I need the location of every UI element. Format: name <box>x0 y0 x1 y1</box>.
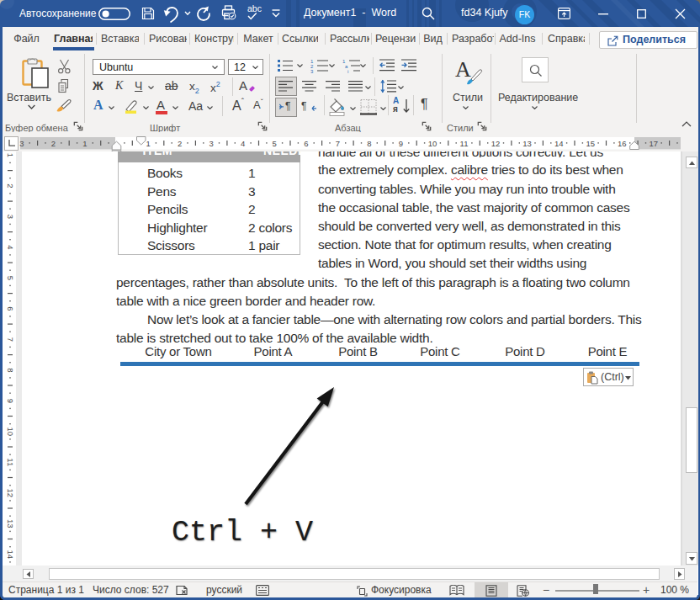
svg-text:3: 3 <box>6 215 15 219</box>
svg-text:6: 6 <box>304 139 308 148</box>
svg-text:17: 17 <box>650 139 659 148</box>
svg-text:1: 1 <box>82 139 87 148</box>
svg-text:2: 2 <box>178 139 182 148</box>
svg-text:13: 13 <box>522 139 532 148</box>
svg-text:11: 11 <box>6 458 15 466</box>
svg-text:i: i <box>347 69 348 74</box>
svg-text:9: 9 <box>399 139 403 148</box>
svg-text:4: 4 <box>6 245 15 249</box>
svg-text:3: 3 <box>209 139 213 148</box>
svg-text:14: 14 <box>554 139 564 148</box>
svg-text:7: 7 <box>336 139 340 148</box>
svg-text:16: 16 <box>618 139 627 148</box>
svg-text:15: 15 <box>586 139 596 148</box>
svg-text:1: 1 <box>146 139 150 148</box>
svg-text:9: 9 <box>6 399 15 403</box>
svg-text:8: 8 <box>367 139 371 148</box>
svg-text:13: 13 <box>6 519 15 528</box>
svg-text:14: 14 <box>6 550 15 560</box>
svg-text:2: 2 <box>6 183 15 188</box>
svg-text:8: 8 <box>6 368 15 372</box>
svg-text:7: 7 <box>6 337 15 342</box>
svg-text:4: 4 <box>241 139 245 148</box>
svg-text:1: 1 <box>6 153 15 157</box>
svg-text:5: 5 <box>273 139 277 148</box>
svg-text:11: 11 <box>460 139 469 148</box>
svg-text:2: 2 <box>51 139 56 148</box>
svg-text:5: 5 <box>6 276 15 280</box>
svg-text:6: 6 <box>6 306 15 311</box>
svg-text:12: 12 <box>491 139 501 148</box>
svg-text:10: 10 <box>428 139 438 148</box>
svg-text:10: 10 <box>6 427 15 437</box>
svg-text:12: 12 <box>6 489 15 498</box>
svg-text:3: 3 <box>310 69 314 74</box>
svg-text:3: 3 <box>19 139 24 148</box>
